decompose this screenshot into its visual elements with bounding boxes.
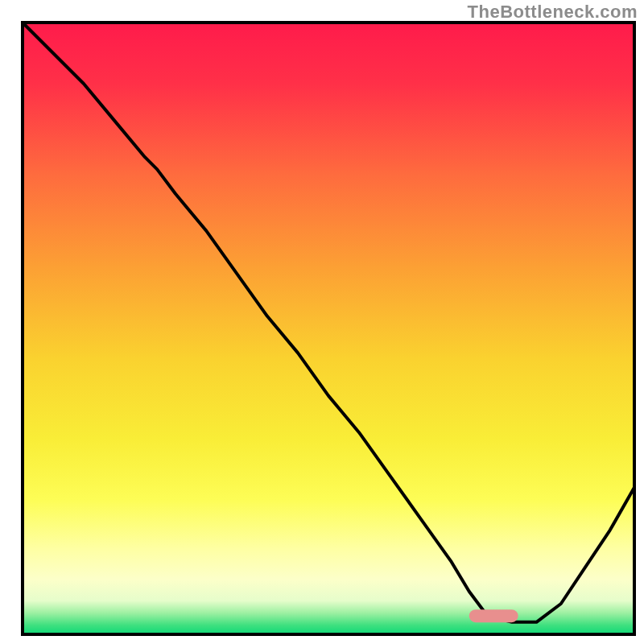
- gradient-chart: [0, 0, 644, 644]
- chart-wrapper: TheBottleneck.com: [0, 0, 644, 644]
- bottleneck-marker: [469, 609, 518, 622]
- plot-background: [23, 23, 634, 634]
- attribution-label: TheBottleneck.com: [468, 2, 638, 23]
